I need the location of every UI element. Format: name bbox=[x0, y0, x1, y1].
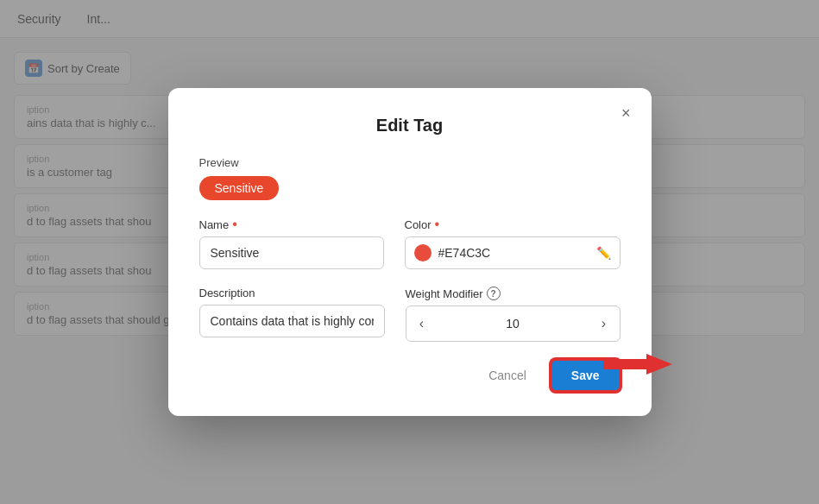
weight-input-wrap: ‹ › bbox=[406, 306, 621, 342]
desc-weight-row: Description Weight Modifier ? ‹ › bbox=[199, 287, 621, 342]
preview-section: Preview Sensitive bbox=[199, 156, 621, 200]
description-label: Description bbox=[199, 287, 385, 299]
preview-label: Preview bbox=[199, 156, 621, 169]
color-group: Color • ✏️ bbox=[405, 217, 621, 269]
name-color-row: Name • Color • ✏️ bbox=[199, 217, 621, 269]
svg-marker-0 bbox=[603, 354, 672, 375]
color-input-wrap[interactable]: ✏️ bbox=[405, 236, 621, 269]
name-input[interactable] bbox=[199, 236, 384, 269]
name-label: Name • bbox=[199, 217, 384, 231]
color-label: Color • bbox=[405, 217, 621, 231]
preview-tag: Sensitive bbox=[199, 176, 280, 200]
cancel-button[interactable]: Cancel bbox=[478, 362, 537, 389]
weight-modifier-group: Weight Modifier ? ‹ › bbox=[406, 287, 621, 342]
weight-decrement-button[interactable]: ‹ bbox=[406, 306, 438, 341]
modal-footer: Cancel Save bbox=[199, 359, 621, 392]
color-required-indicator: • bbox=[435, 217, 440, 231]
name-required-indicator: • bbox=[232, 217, 237, 231]
close-button[interactable]: × bbox=[618, 102, 634, 124]
modal-title: Edit Tag bbox=[199, 116, 621, 135]
description-input[interactable] bbox=[199, 305, 385, 337]
weight-modifier-label: Weight Modifier ? bbox=[406, 287, 621, 300]
weight-increment-button[interactable]: › bbox=[589, 306, 620, 341]
arrow-svg bbox=[603, 352, 672, 376]
eyedropper-icon[interactable]: ✏️ bbox=[596, 246, 611, 260]
color-swatch bbox=[414, 244, 432, 261]
weight-value-input[interactable] bbox=[438, 317, 589, 331]
name-group: Name • bbox=[199, 217, 384, 269]
description-group: Description bbox=[199, 287, 385, 342]
color-value-input[interactable] bbox=[438, 246, 589, 260]
help-icon[interactable]: ? bbox=[487, 287, 501, 300]
edit-tag-modal: × Edit Tag Preview Sensitive Name • Colo… bbox=[168, 88, 652, 416]
arrow-indicator bbox=[603, 352, 672, 376]
